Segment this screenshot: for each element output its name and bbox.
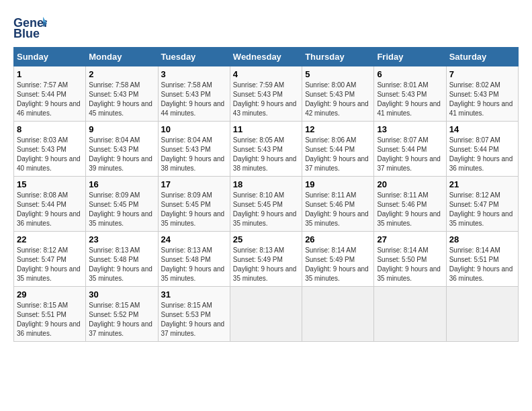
calendar-day-cell: 4 Sunrise: 7:59 AM Sunset: 5:43 PM Dayli… [230, 66, 302, 122]
day-number: 4 [233, 69, 299, 79]
calendar-day-cell: 11 Sunrise: 8:05 AM Sunset: 5:43 PM Dayl… [230, 122, 302, 177]
calendar-table: SundayMondayTuesdayWednesdayThursdayFrid… [13, 47, 519, 342]
day-info: Sunrise: 8:15 AM Sunset: 5:53 PM Dayligh… [161, 301, 227, 338]
day-number: 22 [17, 234, 83, 244]
calendar-week-row: 29 Sunrise: 8:15 AM Sunset: 5:51 PM Dayl… [14, 287, 519, 342]
calendar-day-cell: 23 Sunrise: 8:13 AM Sunset: 5:48 PM Dayl… [86, 232, 158, 287]
day-info: Sunrise: 8:13 AM Sunset: 5:49 PM Dayligh… [233, 246, 299, 283]
day-number: 30 [89, 289, 154, 300]
calendar-day-cell: 3 Sunrise: 7:58 AM Sunset: 5:43 PM Dayli… [158, 66, 230, 122]
calendar-day-cell: 21 Sunrise: 8:12 AM Sunset: 5:47 PM Dayl… [446, 177, 518, 232]
day-of-week-header: Monday [86, 48, 158, 66]
day-info: Sunrise: 7:58 AM Sunset: 5:43 PM Dayligh… [161, 81, 227, 118]
day-info: Sunrise: 8:06 AM Sunset: 5:44 PM Dayligh… [305, 136, 371, 173]
day-number: 25 [233, 234, 299, 244]
day-info: Sunrise: 8:04 AM Sunset: 5:43 PM Dayligh… [89, 136, 154, 173]
logo: General Blue [13, 13, 50, 40]
calendar-day-cell: 17 Sunrise: 8:09 AM Sunset: 5:45 PM Dayl… [158, 177, 230, 232]
day-of-week-header: Sunday [14, 48, 86, 66]
calendar-day-cell: 14 Sunrise: 8:07 AM Sunset: 5:44 PM Dayl… [446, 122, 518, 177]
calendar-day-cell: 16 Sunrise: 8:09 AM Sunset: 5:45 PM Dayl… [86, 177, 158, 232]
calendar-day-cell: 27 Sunrise: 8:14 AM Sunset: 5:50 PM Dayl… [374, 232, 446, 287]
calendar-day-cell: 19 Sunrise: 8:11 AM Sunset: 5:46 PM Dayl… [302, 177, 374, 232]
day-of-week-header: Tuesday [158, 48, 230, 66]
day-number: 21 [449, 179, 515, 189]
day-info: Sunrise: 8:11 AM Sunset: 5:46 PM Dayligh… [305, 191, 371, 228]
day-number: 26 [305, 234, 371, 244]
calendar-day-cell [374, 287, 446, 342]
calendar-day-cell: 5 Sunrise: 8:00 AM Sunset: 5:43 PM Dayli… [302, 66, 374, 122]
day-info: Sunrise: 8:07 AM Sunset: 5:44 PM Dayligh… [449, 136, 515, 173]
day-info: Sunrise: 8:15 AM Sunset: 5:51 PM Dayligh… [17, 301, 83, 338]
page-header: General Blue [13, 13, 519, 40]
day-number: 28 [449, 234, 515, 244]
day-number: 27 [377, 234, 443, 244]
day-number: 14 [449, 124, 515, 134]
day-number: 6 [377, 69, 443, 79]
day-info: Sunrise: 8:11 AM Sunset: 5:46 PM Dayligh… [377, 191, 443, 228]
calendar-day-cell [302, 287, 374, 342]
calendar-day-cell: 20 Sunrise: 8:11 AM Sunset: 5:46 PM Dayl… [374, 177, 446, 232]
day-number: 3 [161, 69, 227, 79]
day-number: 15 [17, 179, 83, 189]
day-number: 16 [89, 179, 154, 189]
calendar-day-cell: 6 Sunrise: 8:01 AM Sunset: 5:43 PM Dayli… [374, 66, 446, 122]
day-number: 7 [449, 69, 515, 79]
day-info: Sunrise: 8:07 AM Sunset: 5:44 PM Dayligh… [377, 136, 443, 173]
day-info: Sunrise: 8:14 AM Sunset: 5:50 PM Dayligh… [377, 246, 443, 283]
calendar-day-cell: 24 Sunrise: 8:13 AM Sunset: 5:48 PM Dayl… [158, 232, 230, 287]
day-number: 9 [89, 124, 154, 134]
day-info: Sunrise: 8:01 AM Sunset: 5:43 PM Dayligh… [377, 81, 443, 118]
day-info: Sunrise: 7:59 AM Sunset: 5:43 PM Dayligh… [233, 81, 299, 118]
calendar-week-row: 8 Sunrise: 8:03 AM Sunset: 5:43 PM Dayli… [14, 122, 519, 177]
calendar-day-cell: 29 Sunrise: 8:15 AM Sunset: 5:51 PM Dayl… [14, 287, 86, 342]
day-of-week-header: Friday [374, 48, 446, 66]
calendar-day-cell: 25 Sunrise: 8:13 AM Sunset: 5:49 PM Dayl… [230, 232, 302, 287]
calendar-day-cell: 30 Sunrise: 8:15 AM Sunset: 5:52 PM Dayl… [86, 287, 158, 342]
day-number: 10 [161, 124, 227, 134]
day-info: Sunrise: 8:13 AM Sunset: 5:48 PM Dayligh… [161, 246, 227, 283]
day-number: 18 [233, 179, 299, 189]
day-number: 5 [305, 69, 371, 79]
calendar-day-cell: 22 Sunrise: 8:12 AM Sunset: 5:47 PM Dayl… [14, 232, 86, 287]
day-number: 13 [377, 124, 443, 134]
calendar-day-cell: 31 Sunrise: 8:15 AM Sunset: 5:53 PM Dayl… [158, 287, 230, 342]
day-number: 29 [17, 289, 83, 300]
day-info: Sunrise: 8:14 AM Sunset: 5:49 PM Dayligh… [305, 246, 371, 283]
day-info: Sunrise: 8:08 AM Sunset: 5:44 PM Dayligh… [17, 191, 83, 228]
calendar-week-row: 15 Sunrise: 8:08 AM Sunset: 5:44 PM Dayl… [14, 177, 519, 232]
calendar-day-cell: 13 Sunrise: 8:07 AM Sunset: 5:44 PM Dayl… [374, 122, 446, 177]
calendar-day-cell: 26 Sunrise: 8:14 AM Sunset: 5:49 PM Dayl… [302, 232, 374, 287]
day-number: 12 [305, 124, 371, 134]
day-of-week-header: Wednesday [230, 48, 302, 66]
day-of-week-header: Saturday [446, 48, 518, 66]
day-number: 20 [377, 179, 443, 189]
day-info: Sunrise: 8:00 AM Sunset: 5:43 PM Dayligh… [305, 81, 371, 118]
day-info: Sunrise: 8:05 AM Sunset: 5:43 PM Dayligh… [233, 136, 299, 173]
calendar-day-cell [446, 287, 518, 342]
calendar-day-cell: 1 Sunrise: 7:57 AM Sunset: 5:44 PM Dayli… [14, 66, 86, 122]
calendar-day-cell: 15 Sunrise: 8:08 AM Sunset: 5:44 PM Dayl… [14, 177, 86, 232]
day-number: 24 [161, 234, 227, 244]
calendar-week-row: 1 Sunrise: 7:57 AM Sunset: 5:44 PM Dayli… [14, 66, 519, 122]
day-number: 11 [233, 124, 299, 134]
day-info: Sunrise: 8:12 AM Sunset: 5:47 PM Dayligh… [17, 246, 83, 283]
day-number: 8 [17, 124, 83, 134]
day-info: Sunrise: 8:10 AM Sunset: 5:45 PM Dayligh… [233, 191, 299, 228]
day-number: 23 [89, 234, 154, 244]
svg-text:Blue: Blue [13, 27, 40, 40]
calendar-day-cell [230, 287, 302, 342]
day-info: Sunrise: 8:12 AM Sunset: 5:47 PM Dayligh… [449, 191, 515, 228]
day-info: Sunrise: 8:13 AM Sunset: 5:48 PM Dayligh… [89, 246, 154, 283]
day-info: Sunrise: 8:02 AM Sunset: 5:43 PM Dayligh… [449, 81, 515, 118]
calendar-day-cell: 10 Sunrise: 8:04 AM Sunset: 5:43 PM Dayl… [158, 122, 230, 177]
calendar-day-cell: 8 Sunrise: 8:03 AM Sunset: 5:43 PM Dayli… [14, 122, 86, 177]
day-number: 1 [17, 69, 83, 79]
calendar-day-cell: 28 Sunrise: 8:14 AM Sunset: 5:51 PM Dayl… [446, 232, 518, 287]
calendar-day-cell: 18 Sunrise: 8:10 AM Sunset: 5:45 PM Dayl… [230, 177, 302, 232]
day-number: 31 [161, 289, 227, 300]
logo-icon: General Blue [13, 13, 47, 40]
day-info: Sunrise: 7:58 AM Sunset: 5:43 PM Dayligh… [89, 81, 154, 118]
calendar-day-cell: 9 Sunrise: 8:04 AM Sunset: 5:43 PM Dayli… [86, 122, 158, 177]
day-info: Sunrise: 8:14 AM Sunset: 5:51 PM Dayligh… [449, 246, 515, 283]
